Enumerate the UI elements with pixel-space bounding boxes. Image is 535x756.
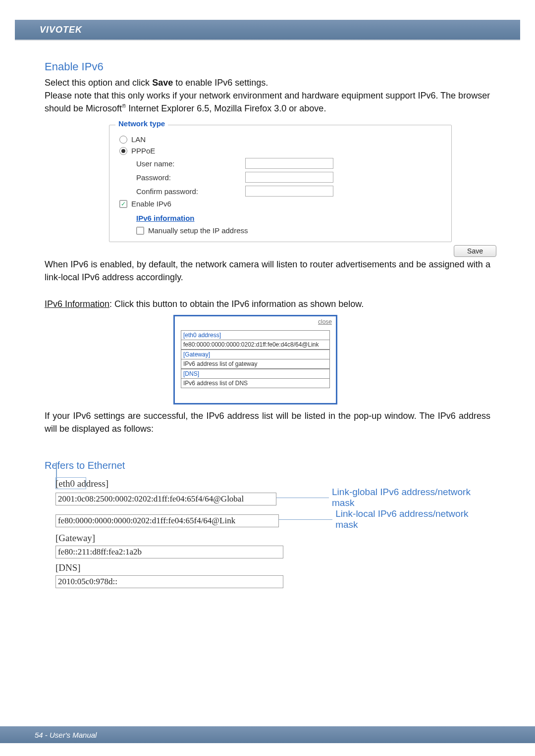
- dns-label: [DNS]: [55, 562, 490, 573]
- intro-paragraph-1: Select this option and click Save to ena…: [45, 76, 490, 89]
- confirm-input[interactable]: [245, 186, 333, 197]
- dns-address: 2010:05c0:978d::: [55, 575, 283, 588]
- ethernet-block: [eth0 address] 2001:0c08:2500:0002:0202:…: [45, 478, 490, 588]
- password-row: Password:: [136, 172, 441, 183]
- registered-symbol: ®: [122, 103, 126, 109]
- brand-logo: VIVOTEK: [40, 25, 82, 35]
- confirm-label: Confirm password:: [136, 187, 245, 196]
- section-title-enable-ipv6: Enable IPv6: [45, 60, 490, 73]
- popup-eth0-value: fe80:0000:0000:0000:0202:d1ff:fe0e:d4c8/…: [181, 340, 330, 350]
- radio-pppoe-row[interactable]: PPPoE: [119, 147, 441, 155]
- ipv6-information-link[interactable]: IPv6 information: [136, 214, 195, 222]
- eth0-link-address: fe80:0000:0000:0000:0202:d1ff:fe04:65f4/…: [55, 514, 279, 527]
- radio-lan-row[interactable]: LAN: [119, 135, 441, 144]
- intro2-b: Internet Explorer 6.5, Mozilla Firefox 3…: [126, 103, 326, 113]
- save-button[interactable]: Save: [454, 245, 496, 257]
- manual-ip-row[interactable]: Manually setup the IP address: [136, 226, 441, 235]
- after-panel-para2b: : Click this button to obtain the IPv6 i…: [109, 299, 364, 309]
- ethernet-callout-line: [56, 462, 57, 480]
- gateway-label: [Gateway]: [55, 533, 490, 544]
- header-band: VIVOTEK: [15, 20, 520, 41]
- manual-ip-label: Manually setup the IP address: [148, 226, 248, 235]
- footer-band: 54 - User's Manual: [0, 726, 535, 743]
- password-label: Password:: [136, 173, 245, 182]
- intro-save-word: Save: [152, 78, 173, 88]
- after-panel-para2: IPv6 Information: Click this button to o…: [45, 298, 490, 310]
- intro-text-b: to enable IPv6 settings.: [173, 78, 268, 88]
- intro-text-a: Select this option and click: [45, 78, 152, 88]
- enable-ipv6-checkbox[interactable]: ✓: [119, 200, 127, 208]
- popup-dns-value: IPv6 address list of DNS: [181, 379, 330, 388]
- eth0-global-address: 2001:0c08:2500:0002:0202:d1ff:fe04:65f4/…: [55, 493, 276, 505]
- after-panel-para1: When IPv6 is enabled, by default, the ne…: [45, 258, 490, 284]
- username-label: User name:: [136, 159, 245, 168]
- annotation-line-local: [279, 519, 332, 520]
- ipv6-information-underline: IPv6 Information: [45, 299, 109, 309]
- annotation-local-label: Link-local IPv6 address/network mask: [335, 508, 490, 530]
- password-input[interactable]: [245, 172, 333, 183]
- radio-lan[interactable]: [119, 136, 127, 144]
- after-popup-para: If your IPv6 settings are successful, th…: [45, 409, 490, 435]
- username-row: User name:: [136, 158, 441, 169]
- confirm-row: Confirm password:: [136, 186, 441, 197]
- radio-pppoe-label: PPPoE: [131, 147, 155, 155]
- username-input[interactable]: [245, 158, 333, 169]
- network-type-panel: Network type LAN PPPoE User name: Passwo…: [109, 125, 452, 242]
- gateway-address: fe80::211:d8ff:fea2:1a2b: [55, 546, 283, 558]
- popup-dns-header: [DNS]: [181, 369, 330, 379]
- ipv6-popup: close [eth0 address] fe80:0000:0000:0000…: [173, 315, 337, 404]
- manual-ip-checkbox[interactable]: [136, 227, 144, 235]
- radio-pppoe[interactable]: [119, 147, 127, 155]
- enable-ipv6-row[interactable]: ✓ Enable IPv6: [119, 200, 441, 208]
- enable-ipv6-label: Enable IPv6: [131, 200, 171, 208]
- popup-gateway-value: IPv6 address list of gateway: [181, 359, 330, 369]
- annotation-global-label: Link-global IPv6 address/network mask: [332, 487, 490, 508]
- panel-legend: Network type: [115, 119, 168, 128]
- footer-text: 54 - User's Manual: [35, 731, 97, 739]
- annotation-line-global: [276, 498, 329, 498]
- popup-gateway-header: [Gateway]: [181, 350, 330, 359]
- refers-to-ethernet-title: Refers to Ethernet: [45, 460, 490, 471]
- intro-paragraph-2: Please note that this only works if your…: [45, 89, 490, 115]
- popup-eth0-header: [eth0 address]: [181, 330, 330, 340]
- radio-lan-label: LAN: [131, 135, 146, 144]
- popup-close-link[interactable]: close: [318, 318, 332, 325]
